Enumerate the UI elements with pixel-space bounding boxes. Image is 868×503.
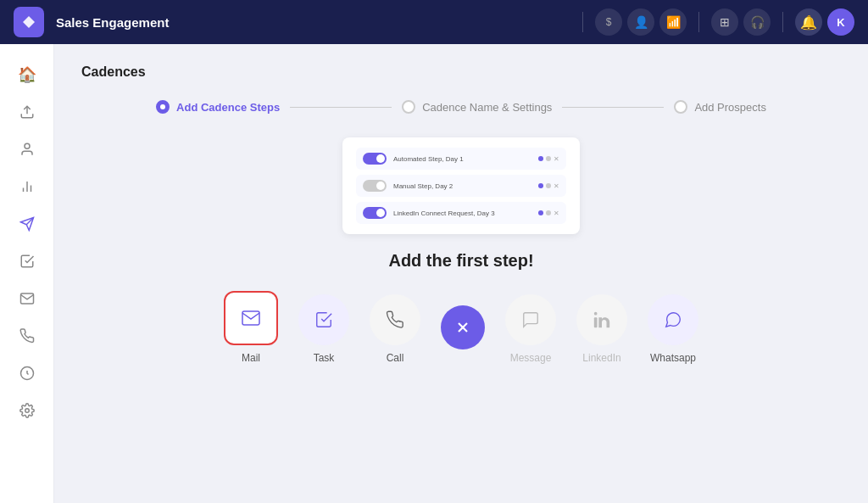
nav-icon-chart[interactable]: 📶 <box>659 8 687 36</box>
wizard-step-1[interactable]: Add Cadence Steps <box>156 100 280 114</box>
wizard-step-3[interactable]: Add Prospects <box>674 100 766 114</box>
call-label: Call <box>387 352 404 364</box>
divider2 <box>698 12 699 32</box>
sidebar-item-analytics[interactable] <box>10 356 44 390</box>
preview-row-3-text: LinkedIn Connect Request, Day 3 <box>393 210 531 217</box>
sidebar-item-chart[interactable] <box>10 170 44 204</box>
wizard-step-3-circle <box>674 100 687 114</box>
close-icon-btn <box>441 305 485 349</box>
task-label: Task <box>314 352 335 364</box>
preview-row-2-text: Manual Step, Day 2 <box>393 182 531 190</box>
wizard-step-1-circle <box>156 100 170 114</box>
user-avatar[interactable]: K <box>827 8 854 36</box>
sidebar-item-home[interactable]: 🏠 <box>10 58 44 92</box>
nav-icon-grid[interactable]: ⊞ <box>711 8 738 36</box>
sidebar-item-settings[interactable] <box>10 394 44 428</box>
topnav: Sales Engagement $ 👤 📶 ⊞ 🎧 🔔 K <box>0 0 868 44</box>
topnav-right: $ 👤 📶 ⊞ 🎧 🔔 K <box>576 8 854 36</box>
svg-point-12 <box>594 312 598 316</box>
linkedin-label: LinkedIn <box>582 352 620 364</box>
linkedin-icon-btn <box>576 294 627 345</box>
page-title: Cadences <box>81 64 841 80</box>
step-btn-whatsapp[interactable]: Whatsapp <box>648 294 698 364</box>
preview-row-1: Automated Step, Day 1 ✕ <box>356 148 566 170</box>
close-x-1: ✕ <box>554 155 559 163</box>
preview-row-3: LinkedIn Connect Request, Day 3 ✕ <box>356 202 566 224</box>
preview-actions-1: ✕ <box>538 155 559 163</box>
divider3 <box>782 12 783 32</box>
nav-icon-person[interactable]: 👤 <box>627 8 654 36</box>
step-buttons: Mail Task Call <box>81 291 841 364</box>
step-btn-task[interactable]: Task <box>298 294 349 364</box>
logo <box>14 7 44 37</box>
svg-point-8 <box>25 409 29 413</box>
close-x-2: ✕ <box>554 182 559 190</box>
dot-4 <box>546 183 551 188</box>
wizard-step-2-label: Cadence Name & Settings <box>422 101 552 114</box>
dot-3 <box>538 183 543 188</box>
nav-icon-headset[interactable]: 🎧 <box>743 8 771 36</box>
wizard-step-2-circle <box>402 100 415 114</box>
whatsapp-label: Whatsapp <box>650 352 696 364</box>
task-icon-btn <box>298 294 349 345</box>
dot-1 <box>538 156 543 161</box>
call-icon-btn <box>370 294 420 345</box>
step-btn-linkedin[interactable]: LinkedIn <box>576 294 627 364</box>
close-x-3: ✕ <box>554 210 559 217</box>
preview-actions-3: ✕ <box>538 210 559 217</box>
sidebar-item-send[interactable] <box>10 207 44 241</box>
preview-card: Automated Step, Day 1 ✕ Manual Step, Day… <box>342 137 580 234</box>
message-label: Message <box>510 352 552 364</box>
svg-rect-11 <box>594 317 598 327</box>
dot-2 <box>546 156 551 161</box>
sidebar-item-user[interactable] <box>10 132 44 166</box>
wizard-step-1-label: Add Cadence Steps <box>176 101 280 114</box>
toggle-2 <box>363 180 387 192</box>
divider <box>582 12 583 32</box>
step-btn-mail[interactable]: Mail <box>224 291 278 364</box>
step-btn-close[interactable] <box>441 305 485 349</box>
preview-area: Automated Step, Day 1 ✕ Manual Step, Day… <box>81 137 841 234</box>
notification-avatar[interactable]: 🔔 <box>795 8 822 36</box>
nav-icon-dollar[interactable]: $ <box>595 8 622 36</box>
toggle-3 <box>363 207 387 219</box>
preview-row-1-text: Automated Step, Day 1 <box>393 155 531 163</box>
wizard-step-3-label: Add Prospects <box>694 101 766 114</box>
step-btn-message[interactable]: Message <box>505 294 556 364</box>
toggle-1 <box>363 153 387 165</box>
mail-label: Mail <box>242 352 260 364</box>
dot-6 <box>546 210 551 215</box>
cta-title: Add the first step! <box>81 251 841 271</box>
wizard-connector-2 <box>562 107 664 108</box>
app-title: Sales Engagement <box>56 15 576 30</box>
wizard-steps: Add Cadence Steps Cadence Name & Setting… <box>81 100 841 114</box>
message-icon-btn <box>505 294 556 345</box>
wizard-connector-1 <box>290 107 392 108</box>
svg-point-1 <box>25 143 30 148</box>
sidebar: 🏠 <box>0 44 54 503</box>
step-btn-call[interactable]: Call <box>370 294 420 364</box>
content-area: Cadences Add Cadence Steps Cadence Name … <box>54 44 868 503</box>
mail-icon-btn <box>224 291 278 345</box>
wizard-step-2[interactable]: Cadence Name & Settings <box>402 100 552 114</box>
sidebar-item-mail[interactable] <box>10 282 44 316</box>
main-layout: 🏠 Cadences <box>0 44 868 503</box>
whatsapp-icon-btn <box>648 294 698 345</box>
preview-actions-2: ✕ <box>538 182 559 190</box>
sidebar-item-upload[interactable] <box>10 95 44 129</box>
preview-row-2: Manual Step, Day 2 ✕ <box>356 175 566 197</box>
sidebar-item-phone[interactable] <box>10 319 44 353</box>
dot-5 <box>538 210 543 215</box>
sidebar-item-tasks[interactable] <box>10 244 44 278</box>
